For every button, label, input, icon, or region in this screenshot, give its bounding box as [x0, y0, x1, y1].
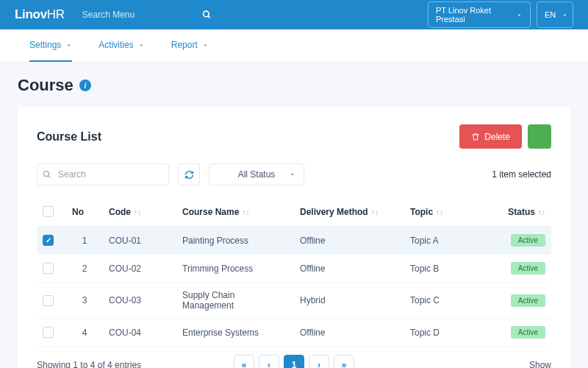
col-topic[interactable]: Topic↑↓: [404, 197, 492, 227]
cell-topic: Topic D: [404, 319, 492, 347]
cell-name: Trimming Process: [176, 255, 294, 283]
table-footer: Showing 1 to 4 of 4 entries « ‹ 1 › » Sh…: [37, 360, 551, 368]
language-select[interactable]: EN: [537, 1, 573, 28]
logo-main: Linov: [15, 7, 47, 21]
col-code[interactable]: Code↑↓: [103, 197, 176, 227]
cell-delivery: Offline: [294, 227, 404, 255]
cell-name: Supply Chain Management: [176, 283, 294, 319]
cell-delivery: Offline: [294, 319, 404, 347]
cell-no: 1: [66, 227, 103, 255]
row-checkbox[interactable]: [43, 263, 54, 274]
status-filter-label: All Status: [238, 169, 276, 180]
menu-search-button[interactable]: [202, 10, 212, 20]
delete-button-label: Delete: [484, 132, 510, 142]
search-icon: [202, 10, 212, 20]
cell-delivery: Hybrid: [294, 283, 404, 319]
delete-button[interactable]: Delete: [459, 124, 522, 149]
item-count: 1 item selected: [492, 169, 551, 180]
page-area: Course i Course List Delete: [0, 63, 588, 368]
cell-name: Painting Process: [176, 227, 294, 255]
cell-code: COU-03: [103, 283, 176, 319]
cell-code: COU-01: [103, 227, 176, 255]
top-bar-right: PT Linov Roket Prestasi EN: [428, 1, 573, 28]
chevron-down-icon: [289, 171, 296, 178]
course-list-card: Course List Delete All Status: [18, 107, 570, 368]
col-status[interactable]: Status↑↓: [492, 197, 551, 227]
col-name[interactable]: Course Name↑↓: [176, 197, 294, 227]
cell-topic: Topic C: [404, 283, 492, 319]
svg-point-0: [203, 11, 209, 17]
cell-no: 4: [66, 319, 103, 347]
add-button[interactable]: [528, 124, 551, 149]
cell-topic: Topic B: [404, 255, 492, 283]
table-row[interactable]: 4COU-04Enterprise SystemsOfflineTopic DA…: [37, 319, 551, 347]
tab-label: Activities: [98, 40, 133, 50]
svg-line-1: [208, 16, 210, 18]
chevron-down-icon: [65, 42, 72, 49]
tab-label: Report: [171, 40, 198, 50]
sort-icon: ↑↓: [538, 208, 545, 216]
col-no: No: [66, 197, 103, 227]
page-title: Course: [18, 76, 74, 95]
svg-line-3: [49, 176, 51, 178]
cell-code: COU-04: [103, 319, 176, 347]
cell-delivery: Offline: [294, 255, 404, 283]
page-prev-button[interactable]: ‹: [259, 355, 279, 368]
page-next-button[interactable]: ›: [309, 355, 329, 368]
col-delivery[interactable]: Delivery Method↑↓: [294, 197, 404, 227]
cell-code: COU-02: [103, 255, 176, 283]
chevron-down-icon: [516, 12, 523, 18]
select-all-checkbox[interactable]: [43, 206, 54, 217]
chevron-down-icon: [138, 42, 145, 49]
menu-search-input[interactable]: [79, 5, 212, 24]
menu-search-wrap: [79, 5, 212, 24]
search-icon: [43, 170, 51, 179]
status-badge: Active: [511, 326, 545, 339]
sort-icon: ↑↓: [371, 208, 379, 216]
cell-topic: Topic A: [404, 227, 492, 255]
row-checkbox[interactable]: [43, 327, 54, 338]
table-row[interactable]: 2COU-02Trimming ProcessOfflineTopic BAct…: [37, 255, 551, 283]
tab-report[interactable]: Report: [171, 29, 209, 62]
language-select-label: EN: [545, 10, 556, 19]
cell-no: 2: [66, 255, 103, 283]
svg-point-2: [44, 171, 49, 177]
row-checkbox[interactable]: [43, 235, 54, 246]
sort-icon: ↑↓: [134, 208, 141, 216]
table-search-wrap: [37, 163, 169, 185]
page-number-button[interactable]: 1: [284, 355, 304, 368]
chevron-down-icon: [562, 12, 568, 18]
card-head: Course List Delete: [37, 124, 551, 149]
status-badge: Active: [511, 294, 545, 307]
sort-icon: ↑↓: [436, 208, 443, 216]
page-head: Course i: [18, 76, 570, 95]
cell-no: 3: [66, 283, 103, 319]
refresh-icon: [184, 170, 194, 180]
table-row[interactable]: 1COU-01Painting ProcessOfflineTopic AAct…: [37, 227, 551, 255]
table-search-input[interactable]: [37, 163, 169, 185]
rows-select-label: Show: [529, 360, 551, 368]
company-select[interactable]: PT Linov Roket Prestasi: [428, 1, 531, 28]
refresh-button[interactable]: [178, 163, 200, 185]
info-icon[interactable]: i: [79, 79, 91, 91]
tab-activities[interactable]: Activities: [98, 29, 144, 62]
logo-sub: HR: [47, 7, 65, 21]
sort-icon: ↑↓: [242, 208, 249, 216]
showing-text: Showing 1 to 4 of 4 entries: [37, 360, 141, 368]
chevron-down-icon: [202, 42, 209, 49]
cell-name: Enterprise Systems: [176, 319, 294, 347]
card-title: Course List: [37, 130, 101, 144]
company-select-label: PT Linov Roket Prestasi: [436, 6, 510, 24]
status-badge: Active: [511, 234, 545, 247]
tab-settings[interactable]: Settings: [29, 29, 72, 62]
course-table: No Code↑↓ Course Name↑↓ Delivery Method↑…: [37, 197, 551, 347]
status-badge: Active: [511, 262, 545, 275]
card-actions: Delete: [459, 124, 551, 149]
status-filter[interactable]: All Status: [209, 163, 304, 185]
row-checkbox[interactable]: [43, 295, 54, 306]
page-first-button[interactable]: «: [234, 355, 254, 368]
table-row[interactable]: 3COU-03Supply Chain ManagementHybridTopi…: [37, 283, 551, 319]
page-last-button[interactable]: »: [334, 355, 354, 368]
tab-label: Settings: [29, 40, 61, 50]
logo: LinovHR: [15, 7, 65, 22]
